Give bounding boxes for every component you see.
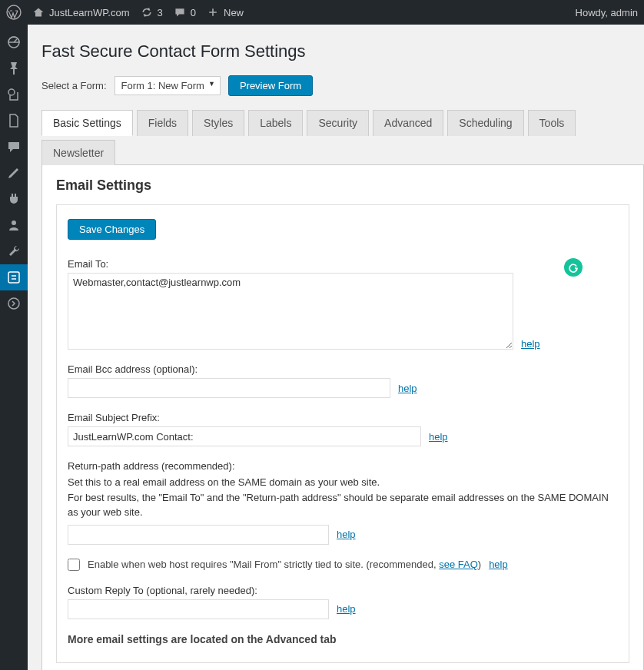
mail-from-checkbox-row: Enable when web host requires "Mail From… bbox=[68, 559, 618, 571]
email-bcc-input[interactable] bbox=[68, 378, 390, 398]
refresh-icon bbox=[141, 6, 153, 18]
sidebar-item-dashboard[interactable] bbox=[0, 29, 28, 55]
return-path-input[interactable] bbox=[68, 525, 329, 545]
sidebar-item-comments[interactable] bbox=[0, 134, 28, 160]
tab-basic-settings[interactable]: Basic Settings bbox=[41, 110, 133, 136]
settings-tabs: Basic Settings Fields Styles Labels Secu… bbox=[41, 110, 644, 165]
dashboard-icon bbox=[6, 35, 22, 50]
site-name-label: JustLearnWP.com bbox=[49, 7, 130, 18]
comments-count: 0 bbox=[191, 7, 196, 18]
selected-form-text: Form 1: New Form bbox=[121, 80, 204, 91]
form-select-row: Select a Form: Form 1: New Form Preview … bbox=[41, 75, 644, 96]
tab-labels[interactable]: Labels bbox=[248, 110, 303, 136]
tab-security[interactable]: Security bbox=[307, 110, 369, 136]
brush-icon bbox=[6, 165, 22, 181]
svg-rect-4 bbox=[8, 272, 19, 283]
email-to-group: Email To: help bbox=[68, 258, 618, 350]
settings-panel: Email Settings Save Changes Email To: he… bbox=[41, 164, 644, 670]
preview-form-button[interactable]: Preview Form bbox=[228, 75, 313, 96]
see-faq-link[interactable]: see FAQ bbox=[439, 559, 478, 570]
svg-point-2 bbox=[8, 89, 15, 95]
sidebar-item-settings-active[interactable] bbox=[0, 264, 28, 290]
updates-count: 3 bbox=[158, 7, 163, 18]
tab-newsletter[interactable]: Newsletter bbox=[41, 140, 115, 165]
subject-prefix-input[interactable] bbox=[68, 426, 421, 446]
custom-reply-label: Custom Reply To (optional, rarely needed… bbox=[68, 585, 618, 596]
sidebar-item-tools[interactable] bbox=[0, 238, 28, 264]
email-bcc-label: Email Bcc address (optional): bbox=[68, 363, 618, 375]
tab-fields[interactable]: Fields bbox=[137, 110, 188, 136]
mail-from-checkbox[interactable] bbox=[68, 559, 80, 571]
return-path-hint2: For best results, the "Email To" and the… bbox=[68, 490, 618, 520]
pin-icon bbox=[6, 61, 22, 76]
svg-point-3 bbox=[12, 221, 16, 225]
email-settings-title: Email Settings bbox=[56, 177, 629, 194]
return-path-group: Return-path address (recommended): Set t… bbox=[68, 460, 618, 545]
wordpress-icon bbox=[6, 5, 22, 20]
sidebar-item-media[interactable] bbox=[0, 81, 28, 108]
subject-prefix-group: Email Subject Prefix: help bbox=[68, 412, 618, 446]
tab-advanced[interactable]: Advanced bbox=[373, 110, 443, 136]
sidebar-item-pages[interactable] bbox=[0, 108, 28, 134]
sidebar-item-collapse[interactable] bbox=[0, 290, 28, 317]
mail-from-help-link[interactable]: help bbox=[489, 559, 508, 570]
page-title: Fast Secure Contact Form Settings bbox=[41, 34, 644, 61]
user-icon bbox=[6, 217, 22, 233]
form-icon bbox=[6, 270, 22, 285]
return-path-label: Return-path address (recommended): bbox=[68, 460, 618, 472]
new-content-link[interactable]: New bbox=[207, 6, 244, 18]
site-home-link[interactable]: JustLearnWP.com bbox=[32, 6, 130, 18]
email-bcc-group: Email Bcc address (optional): help bbox=[68, 363, 618, 398]
email-to-input[interactable] bbox=[68, 273, 513, 350]
tab-tools[interactable]: Tools bbox=[528, 110, 576, 136]
tab-styles[interactable]: Styles bbox=[192, 110, 244, 136]
sidebar-item-posts[interactable] bbox=[0, 55, 28, 81]
form-selector[interactable]: Form 1: New Form bbox=[115, 76, 221, 95]
tab-scheduling[interactable]: Scheduling bbox=[447, 110, 523, 136]
updates-link[interactable]: 3 bbox=[141, 6, 163, 18]
sidebar-item-users[interactable] bbox=[0, 212, 28, 238]
email-settings-subpanel: Save Changes Email To: help Email Bcc ad… bbox=[56, 204, 629, 663]
subject-prefix-help-link[interactable]: help bbox=[429, 431, 448, 443]
return-path-help-link[interactable]: help bbox=[337, 529, 356, 540]
wrench-icon bbox=[6, 244, 22, 259]
custom-reply-input[interactable] bbox=[68, 599, 329, 619]
comments-link[interactable]: 0 bbox=[174, 6, 196, 18]
media-icon bbox=[6, 87, 22, 102]
select-form-label: Select a Form: bbox=[41, 80, 107, 91]
plus-icon bbox=[207, 6, 219, 18]
main-content: Fast Secure Contact Form Settings Select… bbox=[28, 25, 644, 670]
page-icon bbox=[6, 113, 22, 128]
sidebar-item-appearance[interactable] bbox=[0, 160, 28, 186]
save-changes-button-top[interactable]: Save Changes bbox=[68, 219, 156, 240]
admin-sidebar bbox=[0, 25, 28, 670]
comment-icon bbox=[174, 6, 186, 18]
plugin-icon bbox=[6, 191, 22, 207]
email-to-label: Email To: bbox=[68, 258, 618, 270]
home-icon bbox=[32, 6, 45, 18]
email-to-help-link[interactable]: help bbox=[521, 338, 540, 350]
custom-reply-help-link[interactable]: help bbox=[337, 603, 356, 615]
comment-icon bbox=[6, 139, 22, 154]
more-settings-note: More email settings are located on the A… bbox=[68, 633, 618, 645]
subject-prefix-label: Email Subject Prefix: bbox=[68, 412, 618, 423]
wp-logo-menu[interactable] bbox=[6, 5, 22, 20]
new-label: New bbox=[224, 7, 244, 18]
sidebar-item-plugins[interactable] bbox=[0, 186, 28, 212]
admin-bar: JustLearnWP.com 3 0 New Howdy, admin bbox=[0, 0, 644, 25]
collapse-icon bbox=[6, 296, 22, 311]
custom-reply-group: Custom Reply To (optional, rarely needed… bbox=[68, 585, 618, 619]
return-path-hint1: Set this to a real email address on the … bbox=[68, 475, 618, 490]
mail-from-text: Enable when web host requires "Mail From… bbox=[88, 559, 481, 570]
howdy-label[interactable]: Howdy, admin bbox=[576, 7, 638, 18]
grammarly-icon[interactable] bbox=[564, 258, 583, 277]
email-bcc-help-link[interactable]: help bbox=[398, 383, 417, 394]
